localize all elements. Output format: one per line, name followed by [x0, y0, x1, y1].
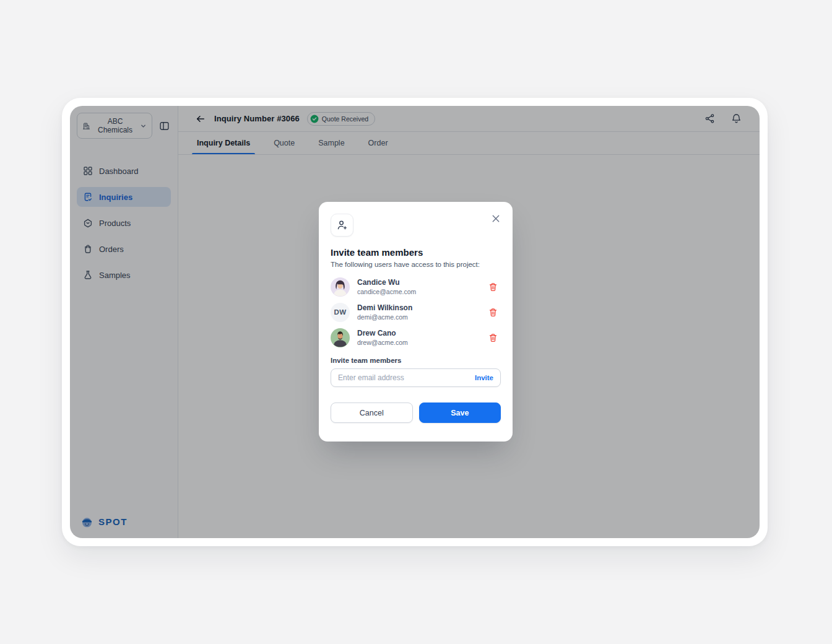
member-meta: Candice Wu candice@acme.com: [357, 278, 416, 295]
remove-member-button[interactable]: [487, 331, 500, 344]
member-name: Demi Wilkinson: [357, 303, 412, 312]
modal-subtitle: The following users have access to this …: [331, 261, 501, 268]
avatar: [331, 328, 350, 347]
member-meta: Demi Wilkinson demi@acme.com: [357, 303, 412, 321]
invite-button[interactable]: Invite: [470, 374, 493, 381]
trash-icon: [488, 333, 498, 342]
member-email: candice@acme.com: [357, 288, 416, 295]
modal-title: Invite team members: [331, 247, 501, 258]
avatar: [331, 277, 350, 297]
trash-icon: [488, 308, 498, 317]
member-name: Drew Cano: [357, 329, 408, 337]
member-email: demi@acme.com: [357, 313, 412, 321]
close-icon: [492, 214, 500, 223]
member-email: drew@acme.com: [357, 339, 408, 346]
save-button[interactable]: Save: [419, 402, 501, 423]
member-list: Candice Wu candice@acme.com DW Demi Wilk…: [331, 276, 501, 349]
cancel-button[interactable]: Cancel: [331, 402, 413, 423]
avatar: DW: [331, 303, 350, 322]
trash-icon: [488, 282, 498, 292]
remove-member-button[interactable]: [487, 306, 500, 319]
modal-feature-icon-tile: [331, 214, 353, 237]
invite-section-label: Invite team members: [331, 357, 501, 364]
member-meta: Drew Cano drew@acme.com: [357, 329, 408, 346]
member-row: DW Demi Wilkinson demi@acme.com: [331, 301, 501, 323]
member-name: Candice Wu: [357, 278, 416, 287]
email-input[interactable]: [338, 373, 470, 382]
member-row: Drew Cano drew@acme.com: [331, 326, 501, 349]
member-row: Candice Wu candice@acme.com: [331, 276, 501, 298]
invite-team-members-modal: Invite team members The following users …: [319, 202, 513, 442]
modal-footer: Cancel Save: [331, 402, 501, 423]
user-plus-icon: [336, 219, 348, 231]
email-field: Invite: [331, 368, 501, 387]
modal-close-button[interactable]: [489, 212, 503, 225]
remove-member-button[interactable]: [487, 281, 500, 294]
